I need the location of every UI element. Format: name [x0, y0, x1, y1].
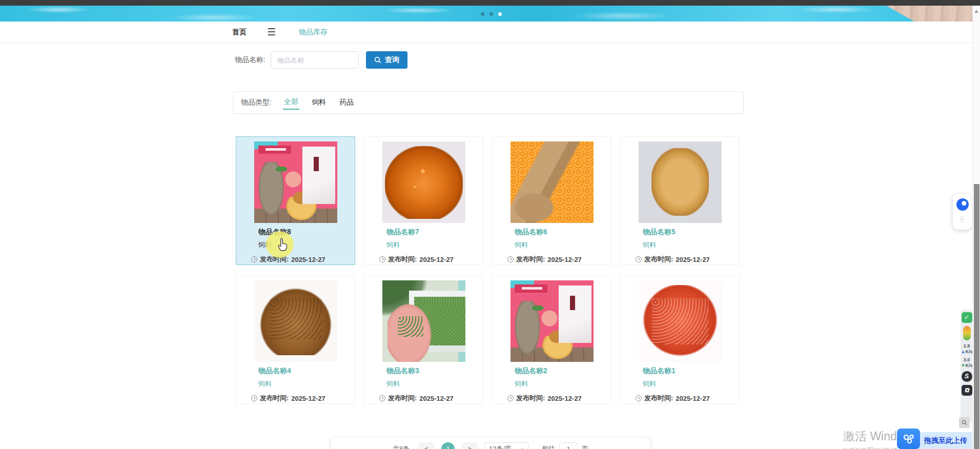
publish-date-label: 发布时间: — [388, 255, 417, 264]
item-category: 饲料 — [386, 379, 483, 389]
network-speed-down: 3.0 ▼K/s — [961, 357, 973, 369]
publish-date: 2025-12-27 — [547, 256, 582, 263]
goto-page-input[interactable] — [559, 442, 578, 449]
scrollbar-thumb[interactable] — [974, 184, 979, 449]
pagination-page-1[interactable]: 1 — [441, 442, 455, 449]
carousel-dot-active[interactable] — [498, 12, 502, 16]
status-gradient-icon[interactable] — [963, 326, 971, 340]
clock-icon — [251, 256, 257, 262]
pagination-total: 共8条 — [393, 442, 410, 449]
publish-date-label: 发布时间: — [516, 255, 545, 264]
item-card[interactable]: 物品名称2 饲料 发布时间: 2025-12-27 — [492, 275, 611, 404]
scroll-up-arrow-icon[interactable] — [974, 10, 978, 13]
item-title[interactable]: 物品名称7 — [386, 228, 483, 237]
clock-icon — [636, 395, 642, 401]
filter-option-feed[interactable]: 饲料 — [311, 96, 327, 109]
pool-deck-image — [872, 6, 972, 22]
item-title[interactable]: 物品名称3 — [386, 366, 483, 376]
clock-icon — [507, 256, 514, 262]
pagination-next-button[interactable]: > — [462, 442, 477, 449]
filter-option-medicine[interactable]: 药品 — [338, 96, 355, 109]
search-label: 物品名称: — [235, 55, 266, 65]
product-image — [254, 280, 337, 362]
item-title[interactable]: 物品名称2 — [515, 366, 611, 376]
publish-date: 2025-12-27 — [291, 395, 325, 402]
item-card[interactable]: 物品名称1 饲料 发布时间: 2025-12-27 — [620, 275, 740, 404]
search-input[interactable] — [271, 51, 359, 69]
mouse-cursor — [276, 237, 290, 253]
browser-logo-icon[interactable]: S — [962, 371, 972, 382]
clock-icon — [379, 256, 385, 262]
publish-date-label: 发布时间: — [260, 394, 289, 403]
page: 首页 ☰ 物品库存 物品名称: 查询 物品类型: 全部 饲料 药品 物品名称8 … — [0, 0, 980, 449]
search-icon — [374, 56, 381, 64]
scrollbar[interactable] — [972, 6, 980, 449]
item-title[interactable]: 物品名称1 — [643, 366, 739, 376]
hand-pointer-icon — [276, 237, 290, 253]
search-button-label: 查询 — [385, 55, 399, 65]
type-filter-label: 物品类型: — [241, 98, 272, 107]
search-button[interactable]: 查询 — [366, 51, 407, 69]
page-unit-label: 页 — [582, 444, 588, 449]
floating-assistant-widget[interactable]: ∷∷ — [953, 194, 972, 230]
product-image — [382, 280, 465, 362]
item-grid: 物品名称8 饲料 发布时间: 2025-12-27 物品名称7 饲料 发布时间:… — [236, 136, 740, 404]
magnifier-icon[interactable] — [959, 417, 970, 428]
publish-date: 2025-12-27 — [419, 395, 454, 402]
publish-date-label: 发布时间: — [388, 394, 417, 403]
item-card[interactable]: 物品名称6 饲料 发布时间: 2025-12-27 — [492, 136, 611, 265]
clock-icon — [379, 395, 385, 401]
network-speed-up: 2.8 ▲K/s — [961, 343, 973, 355]
item-card[interactable]: 物品名称4 饲料 发布时间: 2025-12-27 — [236, 275, 355, 404]
hamburger-icon[interactable]: ☰ — [267, 27, 276, 37]
publish-date: 2025-12-27 — [291, 256, 325, 263]
browser-top-bar — [0, 0, 980, 6]
clock-icon — [251, 395, 257, 401]
publish-date-label: 发布时间: — [644, 255, 673, 264]
item-card[interactable]: 物品名称8 饲料 发布时间: 2025-12-27 — [236, 136, 355, 265]
product-image — [639, 280, 722, 362]
publish-date-label: 发布时间: — [516, 394, 545, 403]
publish-date-label: 发布时间: — [644, 394, 673, 403]
item-title[interactable]: 物品名称4 — [258, 366, 355, 376]
pagination-prev-button[interactable]: < — [419, 442, 434, 449]
shield-check-icon[interactable]: ✓ — [962, 312, 972, 323]
drag-upload-bar[interactable]: 拖拽至此上传 — [917, 432, 972, 449]
publish-date: 2025-12-27 — [547, 395, 582, 402]
breadcrumb-current[interactable]: 物品库存 — [299, 28, 328, 37]
item-category: 饲料 — [258, 379, 355, 389]
item-card[interactable]: 物品名称3 饲料 发布时间: 2025-12-27 — [364, 275, 483, 404]
item-category: 饲料 — [386, 240, 483, 250]
hero-carousel-banner[interactable] — [0, 6, 972, 22]
filter-option-all[interactable]: 全部 — [283, 95, 299, 110]
page-size-value: 12条/页 — [489, 444, 512, 449]
drag-handle-icon[interactable]: ∷∷ — [961, 217, 965, 222]
item-title[interactable]: 物品名称6 — [515, 228, 611, 237]
product-image — [254, 141, 337, 223]
product-image — [511, 141, 594, 223]
netdisk-upload-widget[interactable]: 拖拽至此上传 — [897, 428, 972, 449]
carousel-dot[interactable] — [481, 12, 484, 16]
netdisk-logo-icon[interactable] — [897, 428, 920, 449]
publish-date: 2025-12-27 — [419, 256, 454, 263]
publish-date: 2025-12-27 — [676, 395, 710, 402]
screenshot-tool-icon[interactable]: ⧉ — [962, 385, 972, 396]
product-image — [382, 141, 465, 223]
type-filter: 物品类型: 全部 饲料 药品 — [233, 91, 744, 114]
pagination: 共8条 < 1 > 12条/页 ▾ 前往 页 — [331, 438, 650, 449]
item-category: 饲料 — [643, 379, 739, 389]
item-card[interactable]: 物品名称7 饲料 发布时间: 2025-12-27 — [364, 136, 483, 265]
publish-date: 2025-12-27 — [676, 256, 710, 263]
breadcrumb-home[interactable]: 首页 — [232, 28, 247, 37]
item-category: 饲料 — [515, 379, 611, 389]
item-card[interactable]: 物品名称5 饲料 发布时间: 2025-12-27 — [620, 136, 740, 265]
item-title[interactable]: 物品名称5 — [643, 228, 739, 237]
desktop-widget-strip: ✓ 2.8 ▲K/s 3.0 ▼K/s S ⧉ — [961, 310, 973, 422]
assistant-logo-icon[interactable] — [956, 198, 969, 211]
item-category: 饲料 — [515, 240, 611, 250]
page-size-select[interactable]: 12条/页 ▾ — [484, 442, 528, 449]
item-category: 饲料 — [643, 240, 739, 250]
chevron-down-icon: ▾ — [521, 446, 524, 449]
product-image — [639, 141, 722, 223]
carousel-dot[interactable] — [489, 12, 493, 16]
